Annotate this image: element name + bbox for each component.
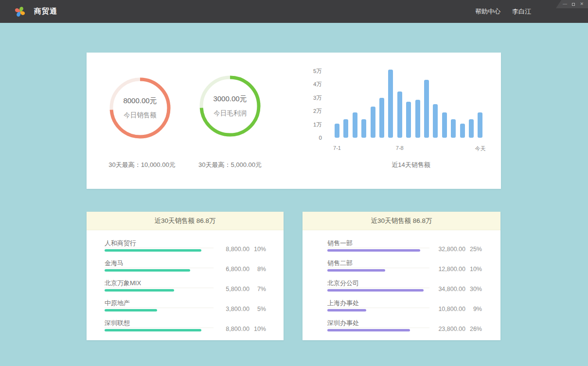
rank-row: 金海马 6,800.00 8% (105, 259, 266, 272)
donut-chart-today-sales: 8000.00元 今日销售额 (108, 76, 172, 140)
right-panel-rows: 销售一部 32,800.00 25% 销售二部 12,800.00 10% 北京… (303, 230, 500, 331)
rank-row-track (327, 328, 429, 328)
rank-row-amount: 3,800.00 (214, 306, 249, 312)
rank-row-bar (327, 269, 385, 272)
bar (353, 112, 357, 138)
titlebar: 商贸通 帮助中心 李白江 — ✕ (0, 0, 588, 23)
bar (415, 100, 420, 138)
bar (361, 119, 366, 138)
rank-row-values: 10,800.00 9% (429, 306, 482, 312)
today-profit-label: 今日毛利润 (214, 109, 247, 118)
donut-center-today-sales: 8000.00元 今日销售额 (108, 76, 172, 140)
rank-row-name: 销售一部 (327, 239, 429, 247)
rank-row-amount: 6,800.00 (214, 266, 249, 273)
bar (478, 112, 482, 138)
bar (460, 124, 465, 138)
pinwheel-logo-icon (14, 5, 26, 18)
rank-row-amount: 32,800.00 (429, 246, 465, 253)
today-sales-max-caption: 30天最高：10,000.00元 (108, 161, 175, 169)
rank-row-bar (105, 289, 174, 292)
rank-row: 人和商贸行 8,800.00 10% (105, 239, 266, 252)
rank-row-amount: 12,800.00 (429, 266, 465, 273)
y-axis-label: 1万 (313, 121, 322, 128)
window-controls: — ✕ (556, 0, 588, 8)
rank-row-name: 金海马 (105, 259, 214, 267)
left-panel-rows: 人和商贸行 8,800.00 10% 金海马 6,800.00 8% 北京万象M… (87, 230, 284, 331)
rank-row-percent: 10% (249, 326, 266, 332)
titlebar-right: 帮助中心 李白江 (475, 0, 531, 23)
rank-row-percent: 8% (249, 266, 266, 273)
rank-row-name: 中原地产 (105, 299, 214, 307)
maximize-icon[interactable] (572, 3, 575, 6)
rank-row-bar (327, 309, 366, 311)
departments-rank-title: 近30天销售额 86.8万 (303, 212, 500, 230)
app-title: 商贸通 (34, 7, 57, 16)
x-axis-label: 7-1 (333, 145, 341, 151)
donut-center-today-profit: 3000.00元 今日毛利润 (198, 74, 262, 138)
overview-card: 8000.00元 今日销售额 30天最高：10,000.00元 3000.00元… (87, 53, 501, 189)
bar (451, 119, 456, 138)
rank-row-bar (105, 269, 190, 272)
rank-row-values: 3,800.00 5% (214, 306, 266, 312)
user-name-menu[interactable]: 李白江 (512, 7, 531, 16)
bar (343, 119, 348, 138)
rank-row-values: 8,800.00 10% (214, 246, 266, 253)
help-center-link[interactable]: 帮助中心 (475, 7, 500, 16)
bar-plot: 7-17-8今天 (335, 70, 491, 138)
today-sales-value: 8000.00元 (123, 96, 157, 106)
rank-row-percent: 10% (249, 246, 266, 253)
rank-row-percent: 25% (465, 246, 482, 253)
rank-row: 销售二部 12,800.00 10% (327, 259, 482, 272)
minimize-icon[interactable]: — (563, 2, 567, 6)
rank-row-name: 深圳办事处 (327, 319, 429, 327)
departments-rank-card: 近30天销售额 86.8万 销售一部 32,800.00 25% 销售二部 12… (303, 212, 500, 340)
rank-row-left: 销售二部 (327, 259, 429, 272)
bar (406, 102, 411, 138)
rank-row-amount: 8,800.00 (214, 246, 249, 253)
bar (433, 104, 438, 138)
rank-row-left: 金海马 (105, 259, 214, 272)
bar-chart-caption: 近14天销售额 (392, 161, 430, 169)
bar (371, 107, 375, 138)
titlebar-left: 商贸通 (14, 0, 57, 23)
rank-row-values: 34,800.00 30% (429, 286, 482, 293)
x-axis-label: 7-8 (396, 145, 404, 151)
rank-row: 北京分公司 34,800.00 30% (327, 279, 482, 292)
rank-row-track (105, 308, 214, 308)
y-axis-label: 2万 (313, 108, 322, 114)
rank-row: 北京万象MIX 5,800.00 7% (105, 279, 266, 292)
rank-row-left: 人和商贸行 (105, 239, 214, 252)
rank-row: 上海办事处 10,800.00 9% (327, 299, 482, 311)
rank-row-track (327, 248, 429, 248)
rank-row-values: 12,800.00 10% (429, 266, 482, 273)
y-axis-label: 4万 (313, 81, 322, 88)
today-profit-value: 3000.00元 (213, 94, 247, 104)
rank-row-left: 北京万象MIX (105, 279, 214, 292)
rank-row-values: 5,800.00 7% (214, 286, 266, 293)
rank-row-values: 23,800.00 26% (429, 326, 482, 332)
rank-row-left: 中原地产 (105, 299, 214, 311)
y-axis-label: 3万 (313, 94, 322, 101)
today-profit-max-caption: 30天最高：5,000.00元 (198, 161, 262, 169)
rank-row-track (327, 308, 429, 308)
rank-row-track (105, 328, 214, 328)
rank-row-name: 北京万象MIX (105, 279, 214, 287)
rank-row-bar (327, 249, 420, 252)
rank-row-name: 销售二部 (327, 259, 429, 267)
rank-row-values: 8,800.00 10% (214, 326, 266, 332)
rank-row-track (105, 268, 214, 268)
close-icon[interactable]: ✕ (580, 2, 584, 6)
rank-row-bar (105, 249, 201, 252)
rank-row: 销售一部 32,800.00 25% (327, 239, 482, 252)
rank-row-amount: 10,800.00 (429, 306, 465, 312)
rank-row-percent: 9% (465, 306, 482, 312)
rank-row-track (327, 268, 429, 268)
y-axis: 01万2万3万4万5万 (281, 53, 322, 150)
rank-row-amount: 8,800.00 (214, 326, 249, 332)
rank-row: 中原地产 3,800.00 5% (105, 299, 266, 311)
rank-row-percent: 10% (465, 266, 482, 273)
rank-row-name: 深圳联想 (105, 319, 214, 327)
rank-row-bar (327, 329, 410, 331)
rank-row-values: 32,800.00 25% (429, 246, 482, 253)
rank-row-bar (105, 309, 157, 311)
